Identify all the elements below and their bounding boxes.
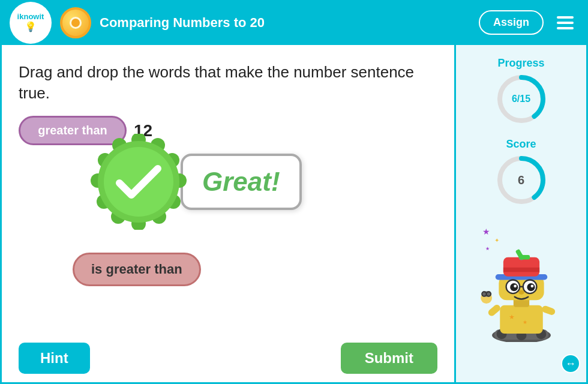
menu-button[interactable] (552, 11, 578, 34)
svg-rect-45 (487, 304, 502, 317)
great-popup: Great! (91, 134, 302, 230)
nav-arrow-button[interactable]: ↔ (561, 354, 580, 373)
svg-point-51 (482, 292, 486, 296)
progress-circle: 6/15 (494, 72, 548, 126)
progress-label: Progress (494, 57, 548, 70)
checkmark-badge (91, 134, 187, 230)
header: iknowit 💡 Comparing Numbers to 20 Assign (0, 0, 588, 45)
bottom-bar: Hint Submit (19, 334, 437, 382)
instruction-text: Drag and drop the words that make the nu… (19, 62, 437, 104)
svg-point-44 (518, 290, 524, 295)
coin-icon (60, 7, 91, 38)
progress-value: 6/15 (512, 94, 530, 104)
svg-rect-47 (541, 305, 556, 316)
svg-rect-24 (500, 305, 543, 334)
word-tag[interactable]: is greater than (73, 253, 201, 286)
mascot-svg: ★ ★ (479, 246, 563, 342)
score-circle: 6 (494, 153, 548, 207)
mascot-area: ★ ✦ ★ ★ ★ (479, 219, 563, 342)
progress-section: Progress 6/15 (494, 57, 548, 126)
main-layout: Drag and drop the words that make the nu… (0, 45, 588, 384)
svg-point-37 (510, 283, 518, 291)
score-label: Score (494, 138, 548, 151)
hint-button[interactable]: Hint (19, 343, 90, 374)
badge-svg (91, 134, 187, 230)
svg-text:★: ★ (509, 313, 515, 320)
svg-point-52 (487, 292, 490, 296)
sidebar: Progress 6/15 Score 6 ★ (456, 45, 588, 384)
logo: iknowit 💡 (10, 2, 52, 44)
submit-button[interactable]: Submit (341, 343, 437, 374)
assign-button[interactable]: Assign (479, 10, 544, 35)
content-area: Drag and drop the words that make the nu… (0, 45, 456, 384)
page-title: Comparing Numbers to 20 (100, 15, 470, 31)
score-value: 6 (518, 173, 524, 187)
svg-point-14 (104, 147, 173, 217)
svg-rect-30 (503, 257, 539, 277)
svg-point-39 (514, 284, 517, 287)
score-section: Score 6 (494, 138, 548, 207)
svg-rect-31 (503, 268, 539, 272)
sparkles: ★ ✦ ★ (482, 225, 490, 238)
drag-area: greater than 12 (19, 116, 437, 334)
svg-point-40 (530, 284, 533, 287)
great-bubble: Great! (181, 154, 302, 210)
svg-point-38 (527, 283, 535, 291)
logo-text: iknowit (17, 13, 44, 21)
svg-rect-34 (520, 255, 530, 260)
svg-text:★: ★ (522, 319, 527, 325)
